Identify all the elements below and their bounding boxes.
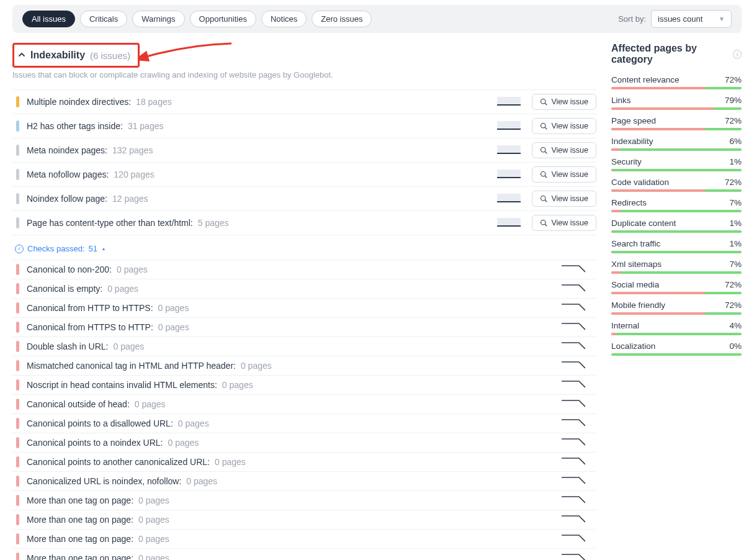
svg-point-8 [541, 196, 546, 201]
view-issue-label: View issue [551, 146, 588, 155]
filter-pill[interactable]: Opportunities [190, 11, 256, 27]
issue-row: Canonical outside of head:0 pages [12, 395, 596, 414]
category-bar [611, 107, 742, 110]
category-row[interactable]: Links79% [611, 96, 742, 110]
category-row[interactable]: Code validation72% [611, 178, 742, 192]
issue-page-count: 0 pages [135, 399, 166, 409]
view-issue-button[interactable]: View issue [532, 118, 596, 134]
issue-name[interactable]: Page has content-type other than text/ht… [27, 218, 193, 228]
severity-indicator [16, 360, 19, 371]
sparkline [562, 458, 585, 466]
category-row[interactable]: Search traffic1% [611, 239, 742, 253]
category-row[interactable]: Mobile friendly72% [611, 300, 742, 315]
category-row[interactable]: Xml sitemaps7% [611, 260, 742, 274]
filter-pill[interactable]: Notices [261, 11, 307, 27]
issue-name[interactable]: Canonical is empty: [27, 284, 102, 294]
issue-row: Mismatched canonical tag in HTML and HTT… [12, 356, 596, 376]
severity-indicator [16, 437, 19, 448]
filter-pill[interactable]: Criticals [80, 11, 127, 27]
svg-point-6 [541, 172, 546, 177]
category-row[interactable]: Content relevance72% [611, 75, 742, 89]
filter-pill[interactable]: Warnings [132, 11, 184, 27]
category-name: Page speed [611, 116, 656, 125]
issue-name[interactable]: Canonical points to a noindex URL: [27, 438, 163, 448]
issue-name[interactable]: Double slash in URL: [27, 341, 109, 351]
category-row[interactable]: Redirects7% [611, 198, 742, 212]
category-row[interactable]: Social media72% [611, 280, 742, 294]
issue-name[interactable]: H2 has other tags inside: [27, 121, 123, 131]
issue-name[interactable]: Mismatched canonical tag in HTML and HTT… [27, 361, 236, 371]
sort-select[interactable]: issues count ▼ [651, 10, 732, 28]
view-issue-button[interactable]: View issue [532, 191, 596, 207]
issue-row: Canonical points to a disallowed URL:0 p… [12, 414, 596, 433]
category-bar [611, 87, 742, 89]
severity-indicator [16, 302, 19, 314]
issue-name[interactable]: Noindex follow page: [27, 194, 107, 204]
category-bar [611, 210, 742, 212]
sparkline [497, 98, 521, 106]
category-bar [611, 169, 742, 171]
category-row[interactable]: Security1% [611, 157, 742, 171]
issue-name[interactable]: More than one tag on page: [27, 553, 133, 560]
issue-row: Double slash in URL:0 pages [12, 337, 596, 356]
issue-name[interactable]: More than one tag on page: [27, 534, 133, 544]
issue-name[interactable]: Meta noindex pages: [27, 145, 107, 155]
issue-name[interactable]: More than one tag on page: [27, 515, 133, 525]
view-issue-label: View issue [551, 194, 588, 203]
filter-pill[interactable]: All issues [22, 11, 75, 27]
sidebar-categories: Affected pages by category i Content rel… [611, 43, 742, 560]
issue-row: More than one tag on page:0 pages [12, 510, 596, 530]
issue-page-count: 0 pages [117, 264, 148, 274]
sparkline [562, 477, 585, 485]
category-row[interactable]: Page speed72% [611, 116, 742, 130]
category-name: Content relevance [611, 75, 680, 84]
category-percent: 72% [725, 75, 742, 84]
issue-page-count: 0 pages [138, 534, 169, 544]
issue-row: Meta nofollow pages:120 pagesView issue [12, 163, 596, 187]
svg-line-5 [545, 151, 547, 153]
issue-name[interactable]: Canonicalized URL is noindex, nofollow: [27, 476, 181, 486]
issue-name[interactable]: Meta nofollow pages: [27, 169, 109, 179]
issue-name[interactable]: Canonical points to another canonicalize… [27, 457, 210, 467]
severity-indicator [16, 399, 19, 410]
issue-name[interactable]: Multiple noindex directives: [27, 97, 131, 107]
sparkline [497, 219, 521, 227]
severity-indicator [16, 96, 19, 107]
chevron-down-icon: ▼ [719, 16, 725, 22]
info-icon[interactable]: i [733, 50, 742, 59]
checks-passed-count: 51 [89, 244, 97, 253]
search-icon [540, 195, 547, 202]
sparkline [562, 497, 585, 504]
issue-name[interactable]: Canonical to non-200: [27, 264, 112, 274]
category-bar [611, 148, 742, 151]
view-issue-button[interactable]: View issue [532, 215, 596, 231]
issue-name[interactable]: More than one tag on page: [27, 495, 133, 505]
svg-line-1 [545, 103, 547, 105]
view-issue-label: View issue [551, 219, 588, 227]
issues-column: Indexability (6 issues) Issues that can … [12, 43, 596, 560]
view-issue-button[interactable]: View issue [532, 166, 596, 183]
issue-name[interactable]: Canonical from HTTPS to HTTP: [27, 322, 153, 332]
severity-indicator [16, 418, 19, 429]
issue-name[interactable]: Canonical from HTTP to HTTPS: [27, 303, 153, 313]
category-name: Localization [611, 341, 655, 351]
issue-name[interactable]: Canonical outside of head: [27, 399, 130, 409]
category-row[interactable]: Internal4% [611, 321, 742, 335]
checks-passed-toggle[interactable]: ✓ Checks passed: 51 ▴ [15, 244, 596, 253]
svg-point-10 [541, 220, 546, 225]
issue-name[interactable]: Noscript in head contains invalid HTML e… [27, 380, 217, 390]
issue-name[interactable]: Canonical points to a disallowed URL: [27, 418, 173, 428]
category-name: Links [611, 96, 631, 105]
svg-line-9 [545, 200, 547, 202]
view-issue-button[interactable]: View issue [532, 94, 596, 110]
sparkline [562, 285, 585, 292]
filter-pill[interactable]: Zero issues [312, 11, 372, 27]
section-header[interactable]: Indexability (6 issues) [14, 45, 138, 66]
category-bar [611, 312, 742, 315]
category-name: Search traffic [611, 239, 660, 248]
category-row[interactable]: Duplicate content1% [611, 219, 742, 233]
view-issue-button[interactable]: View issue [532, 142, 596, 158]
category-row[interactable]: Indexability6% [611, 137, 742, 151]
category-row[interactable]: Localization0% [611, 341, 742, 356]
issue-row: Noscript in head contains invalid HTML e… [12, 376, 596, 395]
